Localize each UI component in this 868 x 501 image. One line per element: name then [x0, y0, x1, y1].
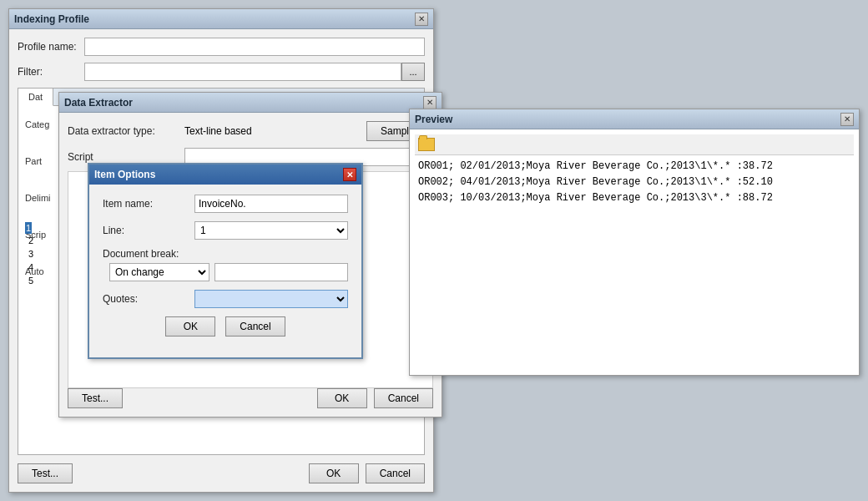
line-label: Line:: [103, 225, 194, 236]
preview-text-area: OR001; 02/01/2013;Moya River Beverage Co…: [415, 155, 854, 210]
row-2: 2: [25, 234, 37, 247]
data-extractor-test-btn[interactable]: Test...: [68, 388, 123, 408]
data-extractor-titlebar: Data Extractor ✕: [59, 93, 442, 113]
item-name-label: Item name:: [103, 198, 194, 210]
preview-toolbar: [415, 134, 854, 155]
indexing-profile-close-btn[interactable]: ✕: [415, 13, 428, 26]
quotes-select[interactable]: " ': [194, 290, 348, 308]
row-3: 3: [25, 247, 37, 261]
preview-line-1: OR001; 02/01/2013;Moya River Beverage Co…: [418, 159, 850, 175]
preview-content: OR001; 02/01/2013;Moya River Beverage Co…: [410, 129, 859, 375]
tab-dat[interactable]: Dat: [18, 89, 53, 106]
item-name-input[interactable]: [194, 195, 348, 213]
row-5: 5: [25, 274, 37, 287]
data-extractor-script-label: Script: [68, 151, 184, 163]
filter-label: Filter:: [18, 66, 84, 78]
folder-icon[interactable]: [418, 138, 435, 151]
filter-input[interactable]: [84, 63, 401, 81]
indexing-profile-bottom-buttons: Test... OK Cancel: [18, 463, 425, 483]
data-extractor-cancel-btn[interactable]: Cancel: [374, 388, 433, 408]
preview-window: Preview ✕ OR001; 02/01/2013;Moya River B…: [409, 109, 860, 376]
preview-line-3: OR003; 10/03/2013;Moya River Beverage Co…: [418, 190, 850, 206]
document-break-select[interactable]: On change Always Never: [109, 263, 209, 281]
row-4: 4: [25, 261, 37, 274]
item-options-cancel-btn[interactable]: Cancel: [225, 316, 285, 337]
row-1: 1: [25, 222, 32, 234]
document-break-extra-input[interactable]: [214, 263, 348, 281]
data-extractor-ok-btn[interactable]: OK: [317, 388, 367, 408]
item-options-buttons: OK Cancel: [103, 316, 348, 337]
profile-name-label: Profile name:: [18, 41, 84, 53]
item-options-close-btn[interactable]: ✕: [343, 168, 356, 181]
preview-titlebar: Preview ✕: [410, 109, 859, 129]
data-extractor-close-btn[interactable]: ✕: [423, 96, 437, 109]
filter-ellipsis-btn[interactable]: ...: [401, 63, 425, 81]
indexing-profile-test-btn[interactable]: Test...: [18, 463, 73, 483]
data-extractor-bottom-buttons: Test... OK Cancel: [68, 388, 433, 408]
data-extractor-title: Data Extractor: [64, 97, 133, 109]
document-break-label: Document break:: [103, 248, 194, 260]
line-select[interactable]: 1 2 3: [194, 221, 348, 240]
data-extractor-type-label: Data extractor type:: [68, 125, 184, 137]
item-options-titlebar: Item Options ✕: [89, 164, 361, 185]
indexing-profile-title: Indexing Profile: [14, 13, 89, 25]
preview-close-btn[interactable]: ✕: [840, 113, 854, 126]
quotes-label: Quotes:: [103, 293, 194, 305]
indexing-profile-cancel-btn[interactable]: Cancel: [366, 463, 425, 483]
indexing-profile-titlebar: Indexing Profile ✕: [9, 9, 433, 29]
indexing-profile-ok-btn[interactable]: OK: [309, 463, 359, 483]
item-options-title: Item Options: [94, 169, 155, 180]
data-extractor-type-value: Text-line based: [184, 125, 366, 137]
preview-line-2: OR002; 04/01/2013;Moya River Beverage Co…: [418, 175, 850, 190]
item-options-dialog: Item Options ✕ Item name: Line: 1 2 3 Do…: [88, 163, 363, 359]
preview-title: Preview: [415, 114, 452, 125]
item-options-ok-btn[interactable]: OK: [165, 316, 215, 337]
item-options-content: Item name: Line: 1 2 3 Document break: O…: [89, 185, 361, 347]
profile-name-input[interactable]: [84, 38, 425, 56]
